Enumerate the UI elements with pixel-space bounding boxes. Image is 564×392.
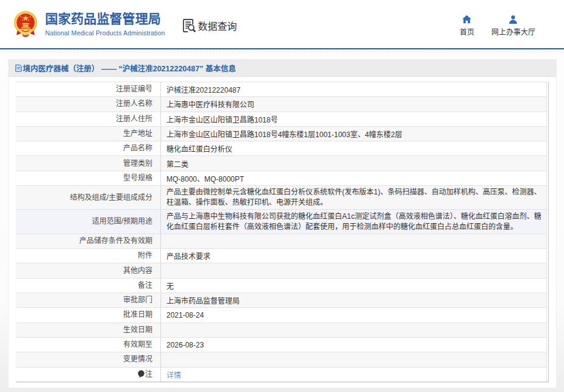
row-label: 变更情况: [16, 352, 161, 367]
card-title: 境内医疗器械（注册） —— “沪械注准20212220487” 基本信息: [23, 62, 236, 74]
row-label: 生效日期: [16, 323, 161, 337]
table-row: 管理类别第二类: [16, 156, 547, 171]
table-row: 批准日期2021-08-24: [16, 308, 547, 323]
row-value: 沪械注准20212220487: [161, 82, 547, 97]
row-label: 有效期至: [16, 337, 161, 352]
row-value: 产品与上海惠中生物科技有限公司获批的糖化血红蛋白A1c测定试剂盒（高效液相色谱法…: [161, 210, 547, 233]
table-row: 注 详情: [16, 367, 547, 382]
registration-table-wrap: 注册证编号沪械注准20212220487 注册人名称上海惠中医疗科技有限公司 注…: [16, 82, 549, 382]
row-value: 详情: [161, 367, 547, 382]
nav-service-hall-label: 网上办事大厅: [491, 26, 535, 37]
row-label: 产品名称: [16, 141, 161, 156]
row-value: [161, 233, 547, 248]
data-query-icon: [182, 18, 196, 33]
home-icon: [462, 15, 471, 24]
row-value: [161, 352, 547, 367]
brand-subtitle: National Medical Products Administration: [45, 29, 165, 37]
data-query-label: 数据查询: [198, 18, 237, 33]
row-label: 管理类别: [16, 156, 161, 171]
row-value: 产品技术要求: [161, 249, 547, 263]
table-row: 适用范围/预期用途产品与上海惠中生物科技有限公司获批的糖化血红蛋白A1c测定试剂…: [16, 210, 547, 233]
nav-home[interactable]: 首页: [460, 15, 474, 37]
row-label: 产品储存条件及有效期: [16, 233, 161, 248]
row-label: 适用范围/预期用途: [16, 210, 161, 233]
table-row: 型号规格MQ-8000、MQ-8000PT: [16, 171, 547, 185]
card-titlebar: 境内医疗器械（注册） —— “沪械注准20212220487” 基本信息: [9, 60, 556, 77]
row-value: 上海惠中医疗科技有限公司: [161, 97, 547, 112]
table-row: 备注无: [16, 278, 547, 293]
nav-service-hall[interactable]: 网上办事大厅: [491, 15, 535, 37]
registration-info-table: 注册证编号沪械注准20212220487 注册人名称上海惠中医疗科技有限公司 注…: [16, 82, 547, 382]
table-row: 产品储存条件及有效期: [16, 233, 547, 248]
document-icon: [15, 64, 22, 72]
row-label: 注册人住所: [16, 112, 161, 126]
row-value: 糖化血红蛋白分析仪: [161, 141, 547, 156]
row-value: 第二类: [161, 156, 547, 171]
header-nav: 首页 网上办事大厅: [460, 15, 535, 37]
row-value: [161, 263, 547, 278]
row-label: 注: [16, 367, 161, 382]
table-row: 注册人住所上海市金山区山阳镇卫昌路1018号: [16, 112, 547, 126]
row-label: 附件: [16, 249, 161, 263]
row-value: 上海市金山区山阳镇卫昌路1018号: [161, 112, 547, 126]
user-icon: [509, 15, 518, 24]
table-row: 附件产品技术要求: [16, 249, 547, 263]
table-row: 变更情况: [16, 352, 547, 367]
brand-title: 国家药品监督管理局: [45, 12, 165, 26]
row-label: 其他内容: [16, 263, 161, 278]
data-query-entry[interactable]: 数据查询: [182, 18, 237, 33]
row-value: 产品主要由微控制单元含糖化血红蛋白分析仪系统软件(发布版本1)、条码扫描器、自动…: [161, 186, 547, 210]
row-label: 生产地址: [16, 126, 161, 141]
note-icon: [138, 370, 145, 378]
row-value: 2021-08-24: [161, 308, 547, 323]
row-label: 型号规格: [16, 171, 161, 185]
table-row: 生产地址上海市金山区山阳镇卫昌路1018号4幢东楼1层1001-1003室、4幢…: [16, 126, 547, 141]
table-row: 结构及组成/主要组成成分产品主要由微控制单元含糖化血红蛋白分析仪系统软件(发布版…: [16, 186, 547, 210]
national-emblem-logo: [14, 11, 37, 37]
row-value: 上海市金山区山阳镇卫昌路1018号4幢东楼1层1001-1003室、4幢东楼2层: [161, 126, 547, 141]
row-label: 批准日期: [16, 308, 161, 323]
row-label: 注册证编号: [16, 82, 161, 97]
row-value: 无: [161, 278, 547, 293]
table-row: 有效期至2026-08-23: [16, 337, 547, 352]
table-row: 审批部门上海市药品监督管理局: [16, 293, 547, 308]
row-value: [161, 323, 547, 337]
table-row: 注册人名称上海惠中医疗科技有限公司: [16, 97, 547, 112]
site-header: 国家药品监督管理局 National Medical Products Admi…: [0, 0, 564, 49]
table-row: 注册证编号沪械注准20212220487: [16, 82, 547, 97]
table-row: 其他内容: [16, 263, 547, 278]
table-row: 生效日期: [16, 323, 547, 337]
detail-link[interactable]: 详情: [166, 371, 181, 380]
brand[interactable]: 国家药品监督管理局 National Medical Products Admi…: [14, 11, 165, 37]
row-value: MQ-8000、MQ-8000PT: [161, 171, 547, 185]
row-value: 上海市药品监督管理局: [161, 293, 547, 308]
row-label: 注册人名称: [16, 97, 161, 112]
nav-home-label: 首页: [460, 26, 474, 37]
content-card: 境内医疗器械（注册） —— “沪械注准20212220487” 基本信息 注册证…: [8, 59, 557, 388]
hatch-strip: [0, 49, 564, 53]
row-label: 备注: [16, 278, 161, 293]
row-label: 结构及组成/主要组成成分: [16, 186, 161, 210]
table-row: 产品名称糖化血红蛋白分析仪: [16, 141, 547, 156]
row-value: 2026-08-23: [161, 337, 547, 352]
row-label: 审批部门: [16, 293, 161, 308]
